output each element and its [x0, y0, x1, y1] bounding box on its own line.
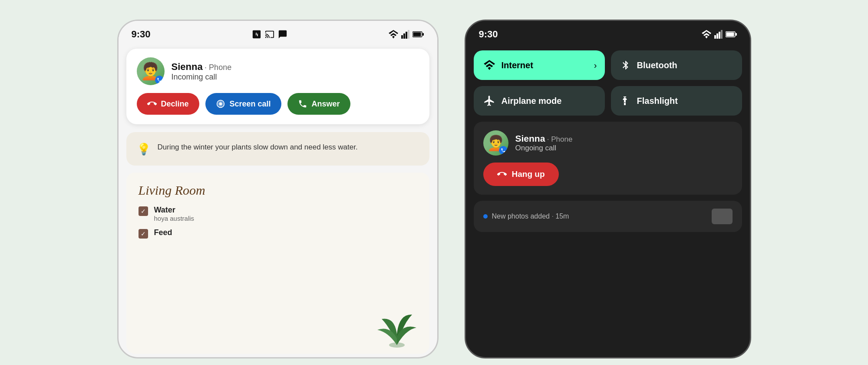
svg-rect-0	[401, 35, 403, 39]
nfc-icon	[252, 30, 261, 39]
plant-item-1: ✓ Water hoya australis	[139, 206, 417, 222]
svg-rect-14	[721, 30, 723, 39]
answer-icon	[298, 99, 307, 109]
plant-list: ✓ Water hoya australis ✓ Feed	[139, 206, 417, 239]
airplane-icon	[483, 95, 495, 107]
photo-notif-content: New photos added · 15m	[483, 212, 569, 220]
svg-rect-12	[716, 33, 718, 39]
bluetooth-tile[interactable]: Bluetooth	[611, 50, 742, 80]
battery-icon-right	[726, 31, 737, 37]
checkbox-2: ✓	[139, 229, 148, 239]
flashlight-label: Flashlight	[637, 96, 678, 106]
quick-settings-grid: Internet › Bluetooth Airplane mode Flash…	[466, 44, 750, 122]
time-left: 9:30	[132, 29, 151, 40]
wifi-icon-left	[388, 30, 399, 39]
decline-icon	[147, 99, 157, 109]
status-icons-right	[701, 30, 737, 39]
screen-call-button[interactable]: Screen call	[205, 93, 281, 115]
airplane-tile[interactable]: Airplane mode	[474, 86, 605, 116]
screen-call-icon	[216, 99, 225, 109]
plant-item-2: ✓ Feed	[139, 228, 417, 239]
plant-info-1: Water hoya australis	[154, 206, 195, 222]
checkbox-1: ✓	[139, 206, 148, 216]
status-icons-right-left	[388, 30, 424, 39]
plant-name-1: Water	[154, 206, 195, 215]
photo-notification: New photos added · 15m	[474, 201, 742, 232]
chevron-icon: ›	[594, 60, 597, 70]
dark-caller-info: Sienna · Phone Ongoing call	[515, 133, 573, 153]
svg-rect-11	[714, 35, 716, 39]
page-container: 9:30 🧑‍🦱	[117, 7, 751, 358]
phone-left: 9:30 🧑‍🦱	[117, 20, 439, 358]
call-indicator	[155, 76, 164, 84]
signal-icon-right	[714, 30, 723, 39]
dark-call-status: Ongoing call	[515, 144, 573, 153]
svg-rect-3	[408, 30, 409, 39]
decline-button[interactable]: Decline	[137, 93, 199, 115]
internet-label: Internet	[502, 60, 533, 70]
status-icons-left	[252, 30, 287, 39]
svg-rect-1	[403, 33, 405, 39]
svg-rect-5	[413, 33, 421, 36]
photo-notif-dot	[483, 214, 488, 219]
cast-icon	[265, 30, 274, 39]
svg-rect-17	[736, 33, 737, 36]
bluetooth-icon	[620, 59, 631, 71]
photo-thumbnail	[712, 209, 733, 224]
dark-caller-name-row: Sienna · Phone	[515, 133, 573, 144]
call-status-left: Incoming call	[172, 73, 232, 82]
plant-decoration	[373, 293, 421, 349]
caller-name-left: Sienna · Phone	[172, 61, 232, 73]
time-right: 9:30	[479, 29, 498, 40]
chat-icon	[278, 30, 287, 39]
svg-rect-16	[726, 33, 734, 36]
action-buttons: Decline Screen call Answer	[137, 93, 419, 115]
plant-info-2: Feed	[154, 228, 172, 237]
caller-row: 🧑‍🦱 Sienna · Phone Incoming call	[137, 57, 419, 85]
ongoing-call-card: 🧑‍🦱 Sienna · Phone Ongoing call Ha	[474, 122, 742, 195]
status-bar-right: 9:30	[466, 21, 750, 44]
room-title: Living Room	[139, 183, 417, 198]
wifi-qs-icon	[483, 60, 495, 70]
bluetooth-label: Bluetooth	[637, 60, 677, 70]
call-indicator-right	[499, 146, 508, 155]
airplane-label: Airplane mode	[502, 96, 562, 106]
plant-tip-card: 💡 During the winter your plants slow dow…	[126, 132, 429, 166]
flashlight-icon	[620, 95, 631, 107]
bulb-icon: 💡	[137, 143, 151, 156]
svg-rect-6	[422, 33, 424, 36]
avatar-right: 🧑‍🦱	[483, 130, 508, 156]
avatar: 🧑‍🦱	[137, 57, 165, 85]
dark-caller-row: 🧑‍🦱 Sienna · Phone Ongoing call	[483, 130, 733, 156]
plant-name-2: Feed	[154, 228, 172, 237]
wifi-icon-right	[701, 30, 712, 39]
signal-icon-left	[401, 30, 410, 39]
photo-notif-text: New photos added · 15m	[492, 212, 569, 220]
living-room-card: Living Room ✓ Water hoya australis ✓ Fee…	[126, 173, 429, 354]
status-bar-left: 9:30	[119, 21, 437, 44]
flashlight-tile[interactable]: Flashlight	[611, 86, 742, 116]
svg-rect-13	[719, 32, 720, 39]
svg-point-7	[219, 102, 222, 105]
incoming-call-card: 🧑‍🦱 Sienna · Phone Incoming call	[126, 49, 429, 124]
svg-rect-2	[406, 32, 407, 39]
internet-tile[interactable]: Internet ›	[474, 50, 605, 80]
caller-info: Sienna · Phone Incoming call	[172, 61, 232, 82]
hangup-icon	[497, 169, 507, 179]
phone-right: 9:30 Internet › Bluetooth	[465, 20, 751, 358]
battery-icon-left	[413, 31, 424, 37]
answer-button[interactable]: Answer	[287, 93, 350, 115]
tip-text: During the winter your plants slow down …	[158, 142, 358, 153]
plant-species-1: hoya australis	[154, 215, 195, 222]
hangup-button[interactable]: Hang up	[483, 163, 559, 186]
